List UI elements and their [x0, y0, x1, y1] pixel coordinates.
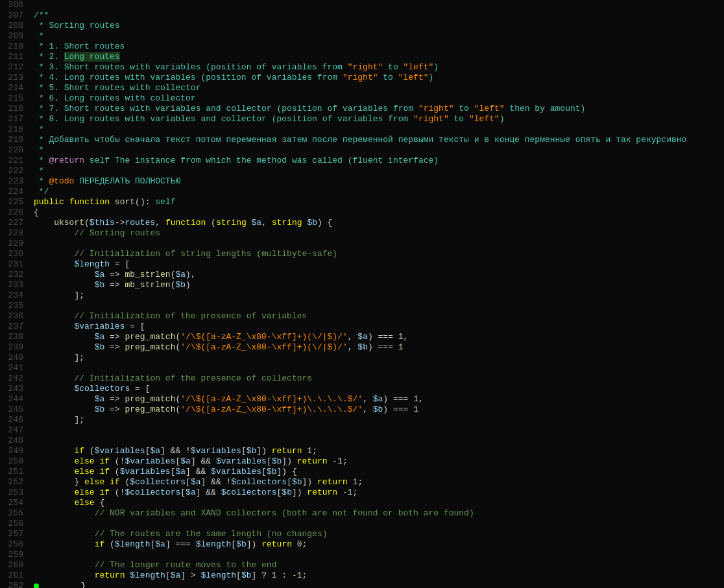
line-content: else if (!$variables[$a] && $variables[$… [31, 456, 724, 467]
line-content: uksort($this->routes, function (string $… [31, 218, 724, 228]
code-line: 243 $collectors = [ [0, 384, 724, 394]
code-line: 223 * @todo ПЕРЕДЕЛАТЬ ПОЛНОСТЬЮ [0, 176, 724, 187]
code-line: 245 $b => preg_match('/\$([a-zA-Z_\x80-\… [0, 405, 724, 415]
line-content: * 7. Short routes with variables and col… [31, 104, 724, 114]
line-content: ]; [31, 290, 724, 301]
line-content: * 8. Long routes with variables and coll… [31, 114, 724, 124]
code-line: 235 [0, 301, 724, 311]
line-content: } [31, 581, 724, 588]
line-number: 250 [0, 456, 31, 467]
line-content: /** [31, 10, 724, 21]
code-line: 208 * Sorting routes [0, 21, 724, 31]
code-line: 218 * [0, 124, 724, 135]
code-line: 247 [0, 425, 724, 436]
line-content: * @todo ПЕРЕДЕЛАТЬ ПОЛНОСТЬЮ [31, 176, 724, 187]
code-line: 259 [0, 550, 724, 560]
line-content: * [31, 166, 724, 176]
line-number: 218 [0, 124, 31, 135]
code-line: 246 ]; [0, 415, 724, 425]
line-number: 233 [0, 280, 31, 290]
code-line: 249 if ($variables[$a] && !$variables[$b… [0, 446, 724, 456]
code-line: 241 [0, 363, 724, 373]
line-number: 220 [0, 145, 31, 156]
code-line: 253 else if (!$collectors[$a] && $collec… [0, 488, 724, 498]
line-content: } else if ($collectors[$a] && !$collecto… [31, 477, 724, 488]
line-number: 254 [0, 498, 31, 508]
line-content: * 5. Short routes with collector [31, 83, 724, 93]
line-content: $length = [ [31, 259, 724, 270]
line-number: 209 [0, 31, 31, 41]
line-number: 237 [0, 322, 31, 332]
line-content: * 4. Long routes with variables (positio… [31, 73, 724, 83]
line-content: * 3. Short routes with variables (positi… [31, 62, 724, 73]
line-content: $collectors = [ [31, 384, 724, 394]
code-line: 240 ]; [0, 353, 724, 363]
line-content: else { [31, 498, 724, 508]
code-line: 250 else if (!$variables[$a] && $variabl… [0, 456, 724, 467]
code-line: 237 $variables = [ [0, 322, 724, 332]
line-content: // Initialization of the presence of col… [31, 373, 724, 384]
line-number: 256 [0, 519, 31, 529]
line-content: ]; [31, 415, 724, 425]
line-number: 262 [0, 581, 31, 588]
line-number: 247 [0, 425, 31, 436]
line-content: $a => preg_match('/\$([a-zA-Z_\x80-\xff]… [31, 394, 724, 405]
line-number: 224 [0, 187, 31, 197]
line-content: // NOR variables and XAND collectors (bo… [31, 508, 724, 519]
line-number: 234 [0, 290, 31, 301]
code-line: 210 * 1. Short routes [0, 41, 724, 52]
code-line: 212 * 3. Short routes with variables (po… [0, 62, 724, 73]
code-line: 238 $a => preg_match('/\$([a-zA-Z_\x80-\… [0, 332, 724, 342]
line-number: 208 [0, 21, 31, 31]
code-line: 215 * 6. Long routes with collector [0, 93, 724, 104]
code-line: 261 return $length[$a] > $length[$b] ? 1… [0, 570, 724, 581]
line-number: 232 [0, 270, 31, 280]
line-number: 239 [0, 342, 31, 353]
code-line: 239 $b => preg_match('/\$([a-zA-Z_\x80-\… [0, 342, 724, 353]
line-number: 226 [0, 207, 31, 218]
code-line: 219 * Добавить чтобы сначала текст потом… [0, 135, 724, 145]
line-number: 248 [0, 436, 31, 446]
line-number: 255 [0, 508, 31, 519]
line-number: 215 [0, 93, 31, 104]
code-line: 242 // Initialization of the presence of… [0, 373, 724, 384]
line-content: // Initialization of string lengths (mul… [31, 249, 724, 259]
line-number: 216 [0, 104, 31, 114]
code-line: 248 [0, 436, 724, 446]
line-content: ]; [31, 353, 724, 363]
line-number: 257 [0, 529, 31, 539]
line-content: $b => mb_strlen($b) [31, 280, 724, 290]
line-number: 228 [0, 228, 31, 239]
line-content: */ [31, 187, 724, 197]
line-number: 258 [0, 539, 31, 550]
line-content: return $length[$a] > $length[$b] ? 1 : -… [31, 570, 724, 581]
line-number: 219 [0, 135, 31, 145]
line-content: public function sort(): self [31, 197, 724, 207]
line-content: $variables = [ [31, 322, 724, 332]
line-number: 260 [0, 560, 31, 570]
code-line: 206 [0, 0, 724, 10]
code-line: 222 * [0, 166, 724, 176]
line-number: 245 [0, 405, 31, 415]
line-number: 236 [0, 311, 31, 322]
line-content: else if (!$collectors[$a] && $collectors… [31, 488, 724, 498]
line-number: 221 [0, 156, 31, 166]
code-line: 230 // Initialization of string lengths … [0, 249, 724, 259]
code-line: 225public function sort(): self [0, 197, 724, 207]
code-line: 221 * @return self The instance from whi… [0, 156, 724, 166]
code-line: 207/** [0, 10, 724, 21]
code-line: 244 $a => preg_match('/\$([a-zA-Z_\x80-\… [0, 394, 724, 405]
line-content: // The longer route moves to the end [31, 560, 724, 570]
code-line: 251 else if ($variables[$a] && $variable… [0, 467, 724, 477]
code-line: 220 * [0, 145, 724, 156]
line-number: 259 [0, 550, 31, 560]
line-number: 225 [0, 197, 31, 207]
line-number: 241 [0, 363, 31, 373]
code-line: 217 * 8. Long routes with variables and … [0, 114, 724, 124]
line-content: * [31, 31, 724, 41]
code-line: 228 // Sorting routes [0, 228, 724, 239]
line-number: 222 [0, 166, 31, 176]
line-number: 230 [0, 249, 31, 259]
line-number: 211 [0, 52, 31, 62]
line-number: 217 [0, 114, 31, 124]
